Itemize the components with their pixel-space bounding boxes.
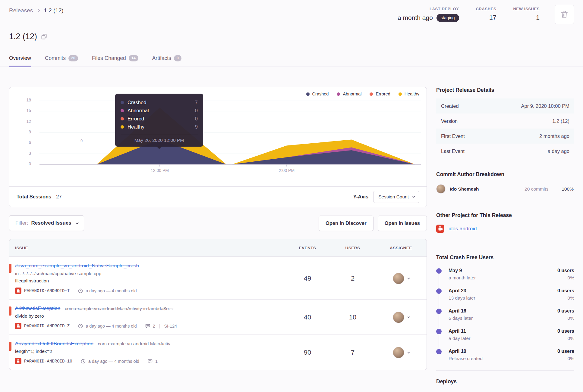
issue-title-link[interactable]: Java_com_example_vu_android_NativeSample…	[15, 263, 139, 269]
issues-table-header: ISSUE EVENTS USERS ASSIGNEE	[9, 239, 427, 257]
detail-row-last-event: Last Event a day ago	[436, 144, 574, 159]
list-item: April 16 0 users 6 days later 0%	[436, 308, 574, 321]
author-commit-count: 20 commits	[525, 186, 548, 192]
java-project-icon	[15, 288, 21, 294]
assignee-dropdown-icon[interactable]	[407, 316, 410, 318]
issue-age: a day ago — 4 months old	[86, 324, 137, 328]
legend-item-crashed[interactable]: Crashed	[306, 92, 329, 96]
project-badge[interactable]: PARANOID-ANDROID-Z	[24, 324, 70, 328]
list-item: April 10 0 users Release created 0%	[436, 349, 574, 361]
tooltip-row-errored: Errored 0	[121, 115, 198, 123]
sidebar: Project Release Details Created Apr 9, 2…	[436, 87, 574, 385]
stat-last-deploy: LAST DEPLOY a month ago staging	[398, 7, 459, 22]
last-deploy-label: LAST DEPLOY	[430, 7, 459, 11]
abnormal-dot-icon	[121, 109, 124, 112]
issue-location: in ../../../../src/main/cpp/native-sampl…	[15, 271, 285, 276]
column-events: EVENTS	[285, 246, 330, 250]
artifacts-count-badge: 0	[174, 55, 181, 61]
crash-free-title: Total Crash Free Users	[436, 254, 574, 261]
issue-title-link[interactable]: ArithmeticException	[15, 306, 60, 311]
timeline-dot-icon	[436, 329, 442, 334]
release-header: 1.2 (12)	[9, 32, 47, 41]
clock-icon	[81, 359, 86, 364]
column-issue: ISSUE	[9, 246, 285, 250]
legend-item-abnormal[interactable]: Abnormal	[337, 92, 361, 96]
timeline-dot-icon	[436, 309, 442, 314]
issue-title-link[interactable]: ArrayIndexOutOfBoundsException	[15, 341, 93, 347]
project-badge[interactable]: PARANOID-ANDROID-T	[24, 288, 70, 293]
last-deploy-value: a month ago	[398, 14, 433, 21]
sessions-chart-card: Crashed Abnormal Errored Healthy 18 15 1…	[9, 87, 427, 207]
healthy-dot-icon	[121, 125, 124, 129]
tabs-divider	[0, 67, 583, 67]
detail-row-first-event: First Event 2 months ago	[436, 129, 574, 144]
commits-count-badge: 20	[68, 55, 78, 61]
open-in-discover-button[interactable]: Open in Discover	[319, 216, 373, 231]
issues-table: ISSUE EVENTS USERS ASSIGNEE Java_com_exa…	[9, 239, 427, 370]
breadcrumb: Releases 1.2 (12)	[9, 7, 64, 14]
copy-icon	[41, 34, 47, 39]
yaxis-label: Y-Axis	[353, 194, 368, 200]
issue-events-count: 49	[285, 263, 330, 294]
sessions-chart-svg[interactable]	[39, 101, 421, 167]
issue-comments-count: 1	[155, 359, 158, 364]
issue-message: divide by zero	[15, 313, 285, 319]
clock-icon	[78, 288, 83, 293]
new-issues-label: NEW ISSUES	[513, 7, 540, 11]
tooltip-timestamp: May 26, 2020 12:00 PM	[121, 134, 198, 143]
legend-item-errored[interactable]: Errored	[370, 92, 390, 96]
issues-filter-select[interactable]: Filter: Resolved Issues	[9, 215, 84, 231]
commit-author-row: Ido Shemesh 20 commits 100%	[436, 184, 574, 194]
column-users: USERS	[330, 246, 375, 250]
project-badge[interactable]: PARANOID-ANDROID-10	[24, 359, 72, 364]
new-issues-value: 1	[536, 14, 540, 21]
tab-files-changed[interactable]: Files Changed 14	[92, 55, 138, 67]
list-item: May 9 0 users a month later 0%	[436, 268, 574, 281]
assignee-avatar[interactable]	[393, 312, 404, 323]
assignee-dropdown-icon[interactable]	[407, 351, 410, 353]
copy-version-button[interactable]	[41, 34, 47, 39]
issue-age: a day ago — 4 months old	[88, 359, 139, 364]
tab-overview[interactable]: Overview	[9, 55, 31, 67]
assignee-avatar[interactable]	[393, 273, 404, 284]
release-details-title: Project Release Details	[436, 87, 574, 93]
table-row: ArithmeticException com.example.vu.andro…	[9, 300, 427, 335]
stat-crashes: CRASHES 17	[476, 7, 496, 21]
clock-icon	[78, 324, 83, 328]
breadcrumb-releases-link[interactable]: Releases	[9, 7, 33, 14]
main-content: Crashed Abnormal Errored Healthy 18 15 1…	[9, 87, 427, 370]
total-sessions-label: Total Sessions	[17, 194, 51, 200]
error-level-indicator	[9, 264, 11, 273]
delete-release-button[interactable]	[555, 5, 574, 24]
tooltip-row-crashed: Crashed 7	[121, 98, 198, 107]
chevron-right-icon	[37, 9, 40, 12]
timeline-dot-icon	[436, 349, 442, 354]
deploys-title: Deploys	[436, 378, 574, 385]
issue-culprit: com.example.vu.android.MainActiv…	[98, 341, 175, 346]
open-in-issues-button[interactable]: Open in Issues	[378, 216, 427, 231]
java-project-icon	[15, 358, 21, 364]
errored-dot-icon	[370, 92, 373, 96]
table-row: ArrayIndexOutOfBoundsException com.examp…	[9, 335, 427, 370]
java-project-icon	[15, 323, 21, 329]
breadcrumb-current: 1.2 (12)	[44, 7, 63, 14]
stat-new-issues: NEW ISSUES 1	[513, 7, 540, 21]
yaxis-select[interactable]: Session Count	[373, 191, 419, 203]
crashes-label: CRASHES	[476, 7, 496, 11]
assignee-avatar[interactable]	[393, 347, 404, 358]
tab-commits[interactable]: Commits 20	[45, 55, 78, 67]
release-tabs: Overview Commits 20 Files Changed 14 Art…	[9, 55, 181, 67]
error-level-indicator	[9, 306, 11, 316]
issue-users-count: 7	[330, 341, 375, 364]
abnormal-dot-icon	[337, 92, 340, 96]
legend-item-healthy[interactable]: Healthy	[399, 92, 419, 96]
list-item: April 11 0 users a day later 0%	[436, 328, 574, 341]
commit-authors-title: Commit Author Breakdown	[436, 171, 574, 178]
java-project-icon	[436, 225, 444, 233]
tab-artifacts[interactable]: Artifacts 0	[152, 55, 181, 67]
assignee-dropdown-icon[interactable]	[407, 277, 410, 279]
other-project-link[interactable]: idos-android	[449, 226, 477, 232]
crashes-value: 17	[489, 14, 496, 21]
list-item: April 23 0 users 13 days later 0%	[436, 288, 574, 301]
crash-free-timeline: May 9 0 users a month later 0% April 23 …	[436, 268, 574, 361]
